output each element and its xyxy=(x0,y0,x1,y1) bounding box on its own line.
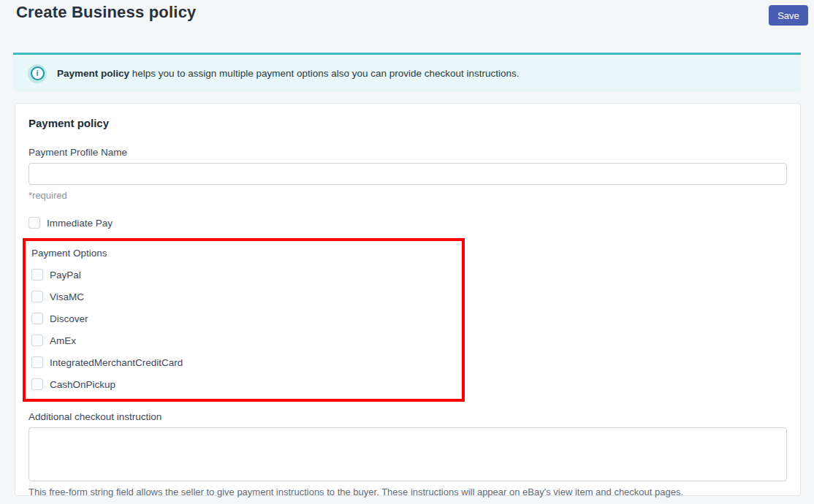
discover-label: Discover xyxy=(50,313,88,324)
cash-on-pickup-checkbox[interactable] xyxy=(31,378,43,390)
info-banner: i Payment policy helps you to assign mul… xyxy=(13,53,801,92)
payment-profile-name-input[interactable] xyxy=(28,163,787,185)
payment-profile-name-label: Payment Profile Name xyxy=(28,147,787,158)
payment-option-row: AmEx xyxy=(31,335,456,346)
info-icon-glyph: i xyxy=(31,66,45,80)
checkout-instruction-helper-text: This free-form string field allows the s… xyxy=(28,486,787,497)
info-banner-text: Payment policy helps you to assign multi… xyxy=(57,68,520,79)
paypal-checkbox[interactable] xyxy=(31,269,43,280)
payment-policy-card: Payment policy Payment Profile Name *req… xyxy=(15,103,801,496)
save-button[interactable]: Save xyxy=(769,5,808,26)
integrated-merchant-credit-card-checkbox[interactable] xyxy=(31,356,43,368)
page-title: Create Business policy xyxy=(16,1,197,22)
info-banner-message: helps you to assign multiple payment opt… xyxy=(129,68,520,79)
info-banner-highlight: Payment policy xyxy=(57,68,129,79)
visamc-checkbox[interactable] xyxy=(31,291,43,302)
page-header: Create Business policy Save xyxy=(0,0,814,38)
required-note: *required xyxy=(28,190,787,201)
card-title: Payment policy xyxy=(28,117,787,129)
additional-checkout-instruction-textarea[interactable] xyxy=(28,427,787,481)
payment-option-row: PayPal xyxy=(31,269,456,280)
payment-option-row: VisaMC xyxy=(31,291,456,302)
cash-on-pickup-label: CashOnPickup xyxy=(50,379,115,390)
integrated-merchant-credit-card-label: IntegratedMerchantCreditCard xyxy=(50,357,183,368)
visamc-label: VisaMC xyxy=(50,291,84,302)
payment-options-label: Payment Options xyxy=(31,248,456,259)
payment-option-row: CashOnPickup xyxy=(31,378,456,390)
amex-checkbox[interactable] xyxy=(31,335,43,346)
red-annotation-box: Payment Options PayPal VisaMC Discover A… xyxy=(23,238,465,402)
immediate-pay-row: Immediate Pay xyxy=(28,217,787,229)
info-icon: i xyxy=(28,64,47,83)
additional-checkout-instruction-label: Additional checkout instruction xyxy=(28,411,787,422)
payment-option-row: Discover xyxy=(31,313,456,324)
immediate-pay-label: Immediate Pay xyxy=(47,218,113,229)
payment-option-row: IntegratedMerchantCreditCard xyxy=(31,356,456,368)
immediate-pay-checkbox[interactable] xyxy=(28,217,40,229)
paypal-label: PayPal xyxy=(50,270,81,280)
discover-checkbox[interactable] xyxy=(31,313,43,324)
amex-label: AmEx xyxy=(50,335,76,346)
